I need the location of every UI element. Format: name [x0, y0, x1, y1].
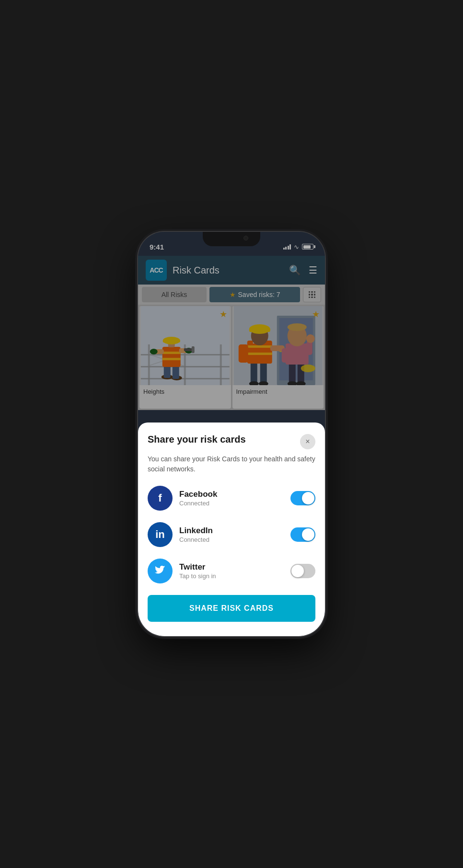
- linkedin-status: Connected: [179, 536, 284, 543]
- twitter-name: Twitter: [179, 562, 284, 572]
- linkedin-icon: in: [148, 522, 173, 547]
- facebook-toggle[interactable]: [290, 491, 315, 505]
- twitter-info: Twitter Tap to sign in: [179, 562, 284, 580]
- screen: 9:41 ∿ ACC Risk Cards 🔍 ☰ All: [138, 232, 325, 636]
- phone-frame: 9:41 ∿ ACC Risk Cards 🔍 ☰ All: [138, 232, 325, 636]
- share-modal: Share your risk cards × You can share yo…: [138, 423, 325, 636]
- modal-header: Share your risk cards ×: [148, 434, 315, 449]
- facebook-social-item: f Facebook Connected: [148, 486, 315, 511]
- linkedin-name: LinkedIn: [179, 526, 284, 536]
- linkedin-social-item: in LinkedIn Connected: [148, 522, 315, 547]
- modal-overlay[interactable]: Share your risk cards × You can share yo…: [138, 232, 325, 636]
- twitter-toggle[interactable]: [290, 564, 315, 578]
- linkedin-toggle[interactable]: [290, 527, 315, 542]
- facebook-name: Facebook: [179, 490, 284, 499]
- facebook-info: Facebook Connected: [179, 490, 284, 507]
- share-risk-cards-button[interactable]: SHARE RISK CARDS: [148, 595, 315, 622]
- facebook-status: Connected: [179, 500, 284, 507]
- linkedin-info: LinkedIn Connected: [179, 526, 284, 543]
- twitter-toggle-thumb: [291, 565, 304, 577]
- twitter-social-item: Twitter Tap to sign in: [148, 559, 315, 583]
- facebook-icon: f: [148, 486, 173, 511]
- linkedin-toggle-thumb: [302, 528, 314, 541]
- modal-close-button[interactable]: ×: [300, 434, 315, 449]
- twitter-icon: [148, 559, 173, 583]
- twitter-status: Tap to sign in: [179, 572, 284, 580]
- modal-description: You can share your Risk Cards to your he…: [148, 454, 315, 474]
- modal-title: Share your risk cards: [148, 434, 246, 445]
- facebook-toggle-thumb: [302, 492, 314, 504]
